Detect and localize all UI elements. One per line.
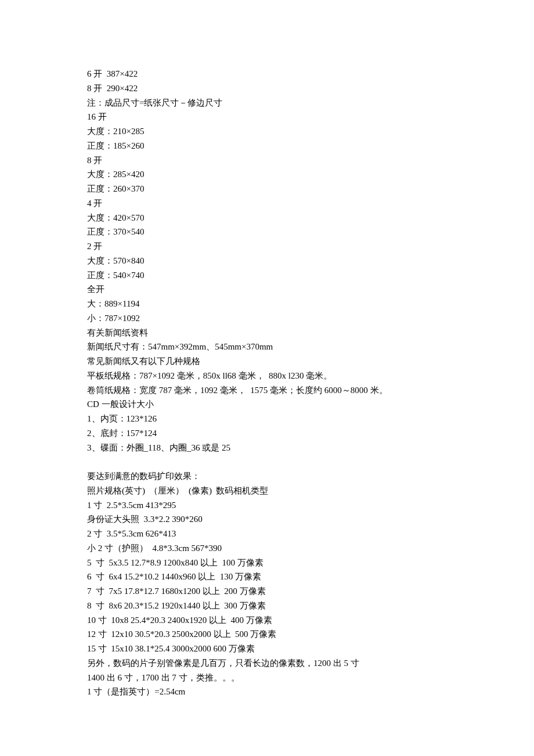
- text-line: 正度：540×740: [87, 268, 447, 283]
- text-line: 8 寸 8x6 20.3*15.2 1920x1440 以上 300 万像素: [87, 599, 447, 613]
- text-line: 要达到满意的数码扩印效果：: [87, 469, 447, 484]
- text-line: 2、底封：157*124: [87, 426, 447, 441]
- text-line: 全开: [87, 282, 447, 297]
- text-line: 大：889×1194: [87, 297, 447, 311]
- text-line: 照片规格(英寸) （厘米） (像素) 数码相机类型: [87, 484, 447, 498]
- text-line: 大度：420×570: [87, 211, 447, 225]
- text-line: 大度：285×420: [87, 167, 447, 182]
- text-line: 15 寸 15x10 38.1*25.4 3000x2000 600 万像素: [87, 642, 447, 656]
- text-line: 正度：370×540: [87, 225, 447, 239]
- text-line: 1 寸（是指英寸）=2.54cm: [87, 685, 447, 699]
- text-line: 小 2 寸（护照） 4.8*3.3cm 567*390: [87, 541, 447, 556]
- text-line: 6 寸 6x4 15.2*10.2 1440x960 以上 130 万像素: [87, 570, 447, 584]
- text-line: 1400 出 6 寸，1700 出 7 寸，类推。。。: [87, 671, 447, 685]
- text-line: 16 开: [87, 110, 447, 124]
- text-line: 大度：210×285: [87, 124, 447, 139]
- text-line: 新闻纸尺寸有：547mm×392mm、545mm×370mm: [87, 340, 447, 354]
- text-line: 10 寸 10x8 25.4*20.3 2400x1920 以上 400 万像素: [87, 613, 447, 628]
- text-line: 5 寸 5x3.5 12.7*8.9 1200x840 以上 100 万像素: [87, 556, 447, 570]
- text-line: 4 开: [87, 196, 447, 211]
- text-line: 6 开 387×422: [87, 67, 447, 81]
- text-line: 1 寸 2.5*3.5cm 413*295: [87, 498, 447, 513]
- document-body: 6 开 387×4228 开 290×422注：成品尺寸=纸张尺寸－修边尺寸16…: [87, 67, 447, 699]
- text-line: CD 一般设计大小: [87, 397, 447, 412]
- text-line: 8 开 290×422: [87, 81, 447, 96]
- text-line: 7 寸 7x5 17.8*12.7 1680x1200 以上 200 万像素: [87, 584, 447, 599]
- text-line: 小：787×1092: [87, 311, 447, 326]
- text-line: 正度：185×260: [87, 139, 447, 153]
- text-line: 2 开: [87, 239, 447, 254]
- text-line: 8 开: [87, 153, 447, 168]
- text-line: 另外，数码的片子别管像素是几百万，只看长边的像素数，1200 出 5 寸: [87, 656, 447, 671]
- text-line: 身份证大头照 3.3*2.2 390*260: [87, 512, 447, 527]
- blank-line: [87, 455, 447, 469]
- text-line: 常见新闻纸又有以下几种规格: [87, 354, 447, 369]
- text-line: 3、碟面：外圈_118、内圈_36 或是 25: [87, 441, 447, 455]
- text-line: 2 寸 3.5*5.3cm 626*413: [87, 527, 447, 541]
- text-line: 正度：260×370: [87, 182, 447, 196]
- text-line: 有关新闻纸资料: [87, 326, 447, 340]
- text-line: 卷筒纸规格：宽度 787 毫米，1092 毫米， 1575 毫米；长度约 600…: [87, 383, 447, 398]
- text-line: 12 寸 12x10 30.5*20.3 2500x2000 以上 500 万像…: [87, 627, 447, 642]
- text-line: 1、内页：123*126: [87, 412, 447, 426]
- text-line: 大度：570×840: [87, 254, 447, 268]
- text-line: 平板纸规格：787×1092 毫米，850x ll68 毫米， 880x l23…: [87, 369, 447, 383]
- text-line: 注：成品尺寸=纸张尺寸－修边尺寸: [87, 96, 447, 110]
